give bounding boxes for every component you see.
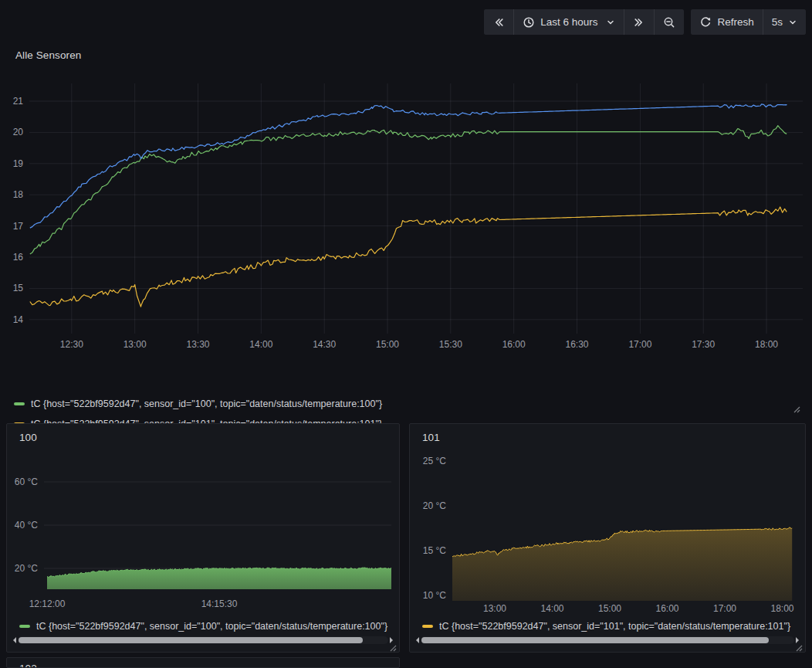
svg-text:20 °C: 20 °C — [423, 500, 446, 511]
scrollbar-thumb[interactable] — [19, 637, 363, 643]
svg-text:21: 21 — [13, 96, 24, 107]
chevron-down-icon — [788, 18, 797, 27]
scrollbar-track[interactable] — [421, 636, 794, 644]
panel-title[interactable]: Alle Sensoren — [15, 49, 81, 61]
scrollbar-thumb[interactable] — [421, 637, 769, 643]
series-swatch — [14, 402, 25, 405]
chevron-down-icon — [606, 18, 615, 27]
svg-text:20: 20 — [13, 127, 24, 137]
svg-text:16:00: 16:00 — [502, 339, 526, 350]
svg-text:18: 18 — [13, 189, 24, 200]
refresh-interval-label: 5s — [772, 16, 783, 28]
svg-text:18:00: 18:00 — [770, 603, 793, 614]
svg-text:14:00: 14:00 — [249, 339, 272, 350]
svg-text:17:30: 17:30 — [692, 339, 715, 350]
svg-text:14:00: 14:00 — [540, 603, 563, 614]
refresh-group: Refresh 5s — [691, 9, 806, 35]
svg-text:20 °C: 20 °C — [15, 563, 38, 574]
chart-legend: tC {host="522bf9592d47", sensor_id="100"… — [19, 619, 396, 634]
scrollbar-track[interactable] — [18, 636, 388, 644]
svg-text:15: 15 — [13, 283, 24, 293]
refresh-icon — [699, 16, 712, 29]
svg-text:16:30: 16:30 — [565, 339, 588, 350]
time-series-chart-all-sensors[interactable]: 141516171819202112:3013:0013:3014:0014:3… — [0, 77, 812, 354]
clock-icon — [523, 16, 535, 29]
svg-text:17: 17 — [13, 221, 24, 232]
panel-sensor-100: 100 20 °C40 °C60 °C12:12:0014:15:30 tC {… — [6, 423, 400, 653]
svg-text:14:15:30: 14:15:30 — [201, 598, 238, 609]
scroll-left-arrow[interactable] — [413, 637, 419, 643]
time-shift-back-button[interactable] — [484, 9, 514, 35]
refresh-interval-dropdown[interactable]: 5s — [763, 9, 806, 35]
svg-text:19: 19 — [13, 158, 24, 169]
legend-item-sensor-100[interactable]: tC {host="522bf9592d47", sensor_id="100"… — [14, 394, 382, 414]
legend-label: tC {host="522bf9592d47", sensor_id="100"… — [31, 398, 382, 409]
svg-text:40 °C: 40 °C — [15, 520, 38, 531]
scroll-left-arrow[interactable] — [10, 637, 16, 643]
area-chart-sensor-101[interactable]: 10 °C15 °C20 °C25 °C13:0014:0015:0016:00… — [410, 455, 805, 619]
time-controls-toolbar: Last 6 hours Refresh 5s — [484, 9, 806, 35]
svg-text:16:00: 16:00 — [655, 603, 678, 614]
panel-sensor-102-partial: 102 — [6, 657, 400, 668]
horizontal-scrollbar — [413, 635, 802, 645]
horizontal-scrollbar — [10, 635, 396, 645]
zoom-out-button[interactable] — [655, 9, 684, 35]
svg-text:15:30: 15:30 — [439, 339, 462, 350]
svg-text:13:30: 13:30 — [186, 339, 209, 350]
series-swatch — [19, 625, 30, 628]
svg-text:18:00: 18:00 — [755, 339, 778, 350]
svg-text:15 °C: 15 °C — [423, 545, 446, 556]
legend-label: tC {host="522bf9592d47", sensor_id="101"… — [439, 621, 790, 632]
svg-text:17:00: 17:00 — [713, 603, 736, 614]
time-range-group: Last 6 hours — [484, 9, 684, 35]
panel-title[interactable]: 101 — [422, 432, 440, 443]
legend-item-sensor-101[interactable]: tC {host="522bf9592d47", sensor_id="101"… — [422, 619, 802, 634]
panel-alle-sensoren: Alle Sensoren 141516171819202112:3013:00… — [0, 40, 812, 417]
svg-text:14: 14 — [13, 314, 24, 325]
svg-text:13:00: 13:00 — [123, 339, 147, 350]
svg-text:10 °C: 10 °C — [423, 590, 446, 601]
legend-item-sensor-100[interactable]: tC {host="522bf9592d47", sensor_id="100"… — [19, 619, 396, 634]
panel-sensor-101: 101 10 °C15 °C20 °C25 °C13:0014:0015:001… — [409, 423, 806, 653]
refresh-button[interactable]: Refresh — [691, 9, 763, 35]
svg-text:60 °C: 60 °C — [15, 476, 38, 487]
panel-title[interactable]: 100 — [19, 432, 37, 443]
panel-resize-handle[interactable] — [388, 642, 398, 656]
time-shift-forward-button[interactable] — [624, 9, 655, 35]
svg-text:17:00: 17:00 — [628, 339, 651, 350]
refresh-label: Refresh — [717, 16, 753, 28]
svg-text:15:00: 15:00 — [376, 339, 399, 350]
chevrons-right-icon — [633, 16, 645, 29]
legend-label: tC {host="522bf9592d47", sensor_id="100"… — [36, 621, 387, 632]
svg-text:13:00: 13:00 — [483, 603, 506, 614]
svg-text:16: 16 — [13, 252, 24, 263]
magnifier-minus-icon — [663, 16, 675, 29]
panel-resize-handle[interactable] — [794, 642, 804, 656]
time-range-label: Last 6 hours — [540, 16, 597, 28]
svg-text:15:00: 15:00 — [598, 603, 621, 614]
svg-text:25 °C: 25 °C — [423, 456, 446, 466]
area-chart-sensor-100[interactable]: 20 °C40 °C60 °C12:12:0014:15:30 — [7, 455, 399, 619]
chart-legend: tC {host="522bf9592d47", sensor_id="101"… — [422, 619, 802, 634]
svg-text:12:30: 12:30 — [60, 339, 83, 350]
svg-text:12:12:00: 12:12:00 — [29, 598, 66, 609]
panel-title[interactable]: 102 — [19, 663, 37, 668]
svg-text:14:30: 14:30 — [313, 339, 336, 350]
panel-resize-handle[interactable] — [792, 403, 801, 417]
time-range-picker-button[interactable]: Last 6 hours — [514, 9, 624, 35]
series-swatch — [422, 625, 433, 628]
chevrons-left-icon — [492, 16, 505, 29]
